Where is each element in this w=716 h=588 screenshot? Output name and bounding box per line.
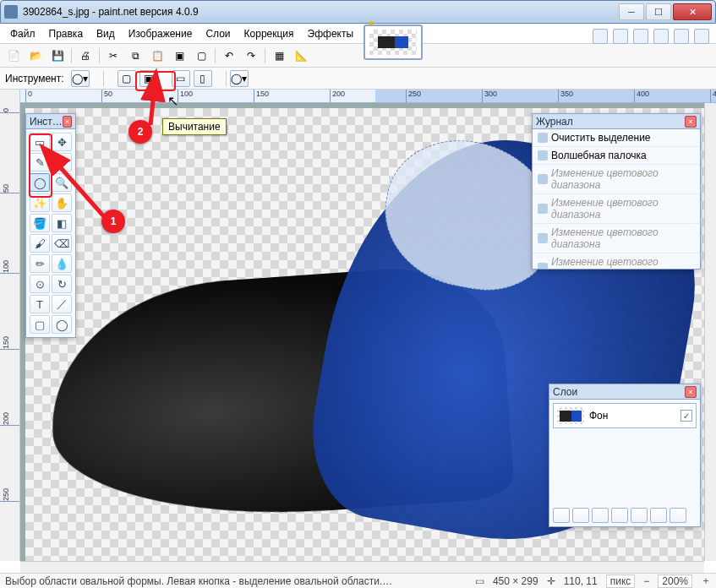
history-item[interactable]: Волшебная палочка [533,147,700,165]
tool-move[interactable]: ✥ [52,133,72,151]
layer-down-icon[interactable] [650,508,667,523]
new-file-icon[interactable]: 📄 [5,47,22,64]
layers-panel-header[interactable]: Слои × [549,384,700,400]
menu-layers[interactable]: Слои [199,25,237,42]
history-panel-title: Журнал [536,116,573,128]
ruler-icon[interactable]: 📐 [292,47,309,64]
selection-mode-intersect[interactable]: ▯ [194,70,212,87]
current-tool-dropdown[interactable]: ◯▾ [71,70,90,87]
layer-visibility-checkbox[interactable]: ✓ [680,410,692,422]
window-buttons: ─ ☐ ✕ [617,3,712,20]
history-item[interactable]: Изменение цветового диапазона [533,253,700,269]
tool-magic-wand[interactable]: ✨ [30,193,50,212]
tool-rectangle-select[interactable]: ▭ [30,133,50,151]
tool-rect[interactable]: ▢ [30,315,50,334]
tool-eraser[interactable]: ⌫ [52,234,72,253]
history-item[interactable]: Очистить выделение [533,129,700,147]
scrollbar-horizontal[interactable] [20,561,704,573]
status-zoom-out-icon[interactable]: − [643,575,649,587]
colors-window-toggle[interactable] [653,29,669,44]
tool-line[interactable]: ／ [52,295,72,313]
selection-mode-subtract[interactable]: ▭ [172,70,190,87]
history-list[interactable]: Очистить выделение Волшебная палочка Изм… [533,129,700,269]
ruler-highlight [375,90,716,102]
tool-text[interactable]: T [30,295,50,313]
close-icon[interactable]: × [63,116,72,128]
layer-merge-icon[interactable] [611,508,628,523]
status-hint: Выбор области овальной формы. Левая кноп… [5,575,394,587]
minimize-button[interactable]: ─ [619,3,644,20]
layers-panel: Слои × Фон ✓ [549,384,701,527]
document-thumb[interactable] [363,24,423,60]
tool-zoom-icon[interactable]: 🔍 [52,173,72,192]
undo-icon[interactable]: ↶ [221,47,238,64]
scrollbar-vertical[interactable] [704,103,716,561]
cut-icon[interactable]: ✂ [105,47,122,64]
tool-hand[interactable]: ✋ [52,193,72,212]
layer-duplicate-icon[interactable] [592,508,609,523]
v-tick: 100 [0,260,19,274]
tool-recolor[interactable]: ↻ [52,275,72,293]
menu-image[interactable]: Изображение [122,25,199,42]
document-thumbnails [363,24,423,60]
tool-ellipse-select[interactable]: ◯ [30,173,50,192]
status-zoom[interactable]: 200% [658,574,692,588]
tool-brush[interactable]: 🖌 [30,234,50,253]
history-item[interactable]: Изменение цветового диапазона [533,194,700,224]
deselect-icon[interactable]: ▢ [193,47,210,64]
layer-delete-icon[interactable] [572,508,589,523]
save-icon[interactable]: 💾 [49,47,66,64]
tools-panel-header[interactable]: Инст… × [26,114,75,129]
tool-pencil[interactable]: ✏ [30,254,50,273]
layer-properties-icon[interactable] [670,508,686,523]
tool-shape[interactable]: ◯ [52,315,72,334]
horizontal-ruler: 0 50 100 150 200 250 300 350 400 450 [20,90,716,103]
maximize-button[interactable]: ☐ [646,3,671,20]
redo-icon[interactable]: ↷ [243,47,260,64]
status-zoom-in-icon[interactable]: ＋ [701,574,711,588]
help-icon[interactable] [694,29,709,44]
print-icon[interactable]: 🖨 [77,47,94,64]
tool-move-selection[interactable]: ⤡ [52,153,72,172]
history-panel-header[interactable]: Журнал × [533,114,700,129]
copy-icon[interactable]: ⧉ [127,47,144,64]
h-tick: 350 [558,90,573,102]
menu-edit[interactable]: Правка [42,25,90,42]
open-file-icon[interactable]: 📂 [27,47,44,64]
h-tick: 50 [101,90,112,102]
history-step-icon [538,263,548,269]
settings-icon[interactable] [674,29,689,44]
paste-icon[interactable]: 📋 [149,47,166,64]
status-unit[interactable]: пикс [606,574,636,588]
history-item[interactable]: Изменение цветового диапазона [533,165,700,194]
tooltip: Вычитание [162,118,227,135]
menu-file[interactable]: Файл [3,25,42,42]
history-item-label: Изменение цветового диапазона [551,226,695,250]
tool-lasso[interactable]: ✎ [30,153,50,172]
close-icon[interactable]: × [685,386,697,398]
history-step-icon [538,133,548,143]
close-icon[interactable]: × [685,116,697,128]
menu-adjust[interactable]: Коррекция [238,25,301,42]
close-button[interactable]: ✕ [673,3,712,20]
selection-mode-replace[interactable]: ▢ [118,70,136,87]
layer-row[interactable]: Фон ✓ [553,403,697,428]
layer-up-icon[interactable] [631,508,648,523]
status-cursor-icon: ✛ [547,575,555,587]
layers-window-toggle[interactable] [633,29,648,44]
menu-effects[interactable]: Эффекты [301,25,361,42]
selection-shape-dropdown[interactable]: ◯▾ [230,70,249,87]
tools-window-toggle[interactable] [593,29,608,44]
history-window-toggle[interactable] [613,29,628,44]
crop-icon[interactable]: ▣ [171,47,188,64]
layer-add-icon[interactable] [553,508,570,523]
grid-icon[interactable]: ▦ [271,47,287,64]
tool-clone[interactable]: ⊙ [30,275,50,293]
selection-mode-add[interactable]: ▣ [139,70,158,87]
tool-gradient[interactable]: ◧ [52,214,72,232]
tool-fill[interactable]: 🪣 [30,214,50,232]
tool-colorpicker[interactable]: 💧 [52,254,72,273]
menu-view[interactable]: Вид [90,25,122,42]
v-tick: 250 [0,488,19,502]
history-item[interactable]: Изменение цветового диапазона [533,224,700,253]
